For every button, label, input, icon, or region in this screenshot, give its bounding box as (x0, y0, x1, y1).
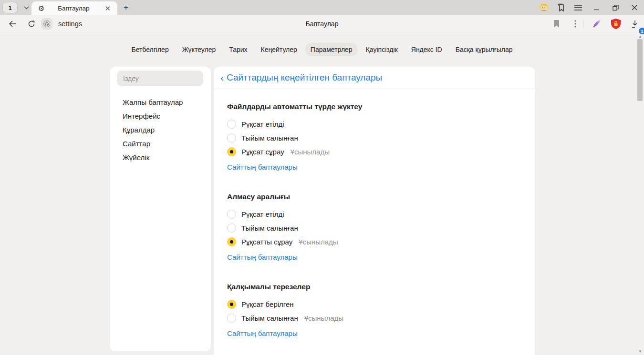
settings-sidebar: Жалпы баптаулар Интерфейс Құралдар Сайтт… (110, 67, 211, 351)
downloads-icon[interactable]: 1 (628, 15, 642, 32)
radio-icon[interactable] (227, 120, 236, 129)
tab-settings[interactable]: Параметрлер (305, 43, 358, 56)
site-settings-link[interactable]: Сайттың баптаулары (227, 253, 298, 261)
menu-icon[interactable] (570, 0, 587, 15)
url-text[interactable]: settings (58, 15, 82, 32)
back-chevron-icon[interactable]: ‹ (220, 72, 227, 83)
restore-button[interactable] (606, 0, 625, 15)
tab-security[interactable]: Қауіпсіздік (361, 43, 403, 56)
extensions-kebab-icon[interactable] (569, 15, 582, 32)
tab-counter[interactable]: 1 (3, 2, 17, 13)
settings-content: ‹ Сайттардың кеңейтілген баптаулары Файл… (214, 67, 535, 355)
toolbar-divider (583, 20, 583, 28)
section-title: Файлдарды автоматты түрде жүктеу (227, 102, 522, 111)
minimize-button[interactable] (587, 0, 606, 15)
radio-icon[interactable] (227, 223, 236, 233)
radio-option-selected[interactable]: Рұқсат сұрау Ұсынылады (227, 145, 522, 159)
profile-avatar[interactable] (535, 0, 552, 15)
radio-option[interactable]: Рұқсат етілді (227, 117, 522, 131)
sidebar-item-system[interactable]: Жүйелік (110, 151, 211, 164)
site-settings-link[interactable]: Сайттың баптаулары (227, 329, 298, 337)
tab-history[interactable]: Тарих (224, 43, 252, 56)
collections-icon[interactable] (552, 0, 570, 15)
address-bar[interactable]: settings Баптаулар 1 (0, 15, 644, 32)
radio-option[interactable]: Рұқсат етілді (227, 207, 522, 221)
bookmark-flag-icon[interactable] (550, 15, 563, 32)
page-title[interactable]: Сайттардың кеңейтілген баптаулары (227, 72, 382, 83)
section-auto-download: Файлдарды автоматты түрде жүктеу Рұқсат … (227, 102, 522, 172)
search-input[interactable] (117, 71, 203, 86)
section-title: Қалқымалы терезелер (227, 283, 522, 291)
radio-option[interactable]: Тыйым салынған (227, 221, 522, 235)
site-settings-link[interactable]: Сайттың баптаулары (227, 163, 298, 171)
radio-option-selected[interactable]: Рұқсат берілген (227, 297, 522, 311)
radio-selected-icon[interactable] (227, 237, 236, 246)
scroll-up-icon[interactable]: ▲ (637, 33, 644, 39)
sidebar-item-sites[interactable]: Сайттар (110, 137, 211, 151)
tab-bookmarks[interactable]: Бетбелгілер (126, 43, 174, 56)
radio-option[interactable]: Тыйым салынған Ұсынылады (227, 311, 522, 325)
sidebar-item-interface[interactable]: Интерфейс (110, 109, 211, 123)
radio-icon[interactable] (227, 133, 236, 142)
radio-icon[interactable] (227, 314, 236, 323)
radio-icon[interactable] (227, 210, 236, 219)
site-favicon (41, 18, 52, 30)
section-title: Алмасу аралығы (227, 193, 522, 201)
tab-strip: 1 ⚙ Баптаулар ✕ + (0, 0, 644, 15)
scrollbar-thumb[interactable] (637, 39, 643, 101)
tab-other-devices[interactable]: Басқа құрылғылар (450, 43, 518, 56)
page-scrollbar[interactable]: ▲ ▼ (637, 32, 644, 355)
radio-option[interactable]: Тыйым салынған (227, 131, 522, 145)
radio-selected-icon[interactable] (227, 300, 236, 309)
tab-title: Баптаулар (44, 5, 103, 12)
reload-icon[interactable] (25, 15, 38, 32)
feather-extension-icon[interactable] (590, 15, 604, 32)
section-clipboard: Алмасу аралығы Рұқсат етілді Тыйым салын… (227, 193, 522, 262)
adblock-shield-icon[interactable] (609, 15, 623, 32)
section-popups: Қалқымалы терезелер Рұқсат берілген Тыйы… (227, 283, 522, 338)
sidebar-item-tools[interactable]: Құралдар (110, 123, 211, 137)
radio-option-selected[interactable]: Рұқсатты сұрау Ұсынылады (227, 235, 522, 249)
tab-list-chevron-icon[interactable] (20, 2, 32, 13)
browser-tab[interactable]: ⚙ Баптаулар ✕ (31, 1, 117, 15)
back-icon[interactable] (6, 15, 19, 32)
tab-close-icon[interactable]: ✕ (103, 4, 113, 13)
new-tab-button[interactable]: + (120, 2, 132, 13)
radio-selected-icon[interactable] (227, 147, 236, 156)
scroll-down-icon[interactable]: ▼ (637, 348, 644, 354)
tab-extensions[interactable]: Кеңейтулер (256, 43, 302, 56)
content-header: ‹ Сайттардың кеңейтілген баптаулары (214, 67, 535, 89)
tab-downloads[interactable]: Жүктеулер (177, 43, 221, 56)
tab-yandex-id[interactable]: Яндекс ID (406, 43, 447, 56)
close-button[interactable] (625, 0, 644, 15)
sidebar-list: Жалпы баптаулар Интерфейс Құралдар Сайтт… (110, 95, 211, 164)
settings-nav: Бетбелгілер Жүктеулер Тарих Кеңейтулер П… (0, 42, 644, 57)
page-title-center: Баптаулар (0, 15, 644, 32)
gear-icon: ⚙ (38, 5, 44, 12)
sidebar-item-general[interactable]: Жалпы баптаулар (110, 95, 211, 109)
